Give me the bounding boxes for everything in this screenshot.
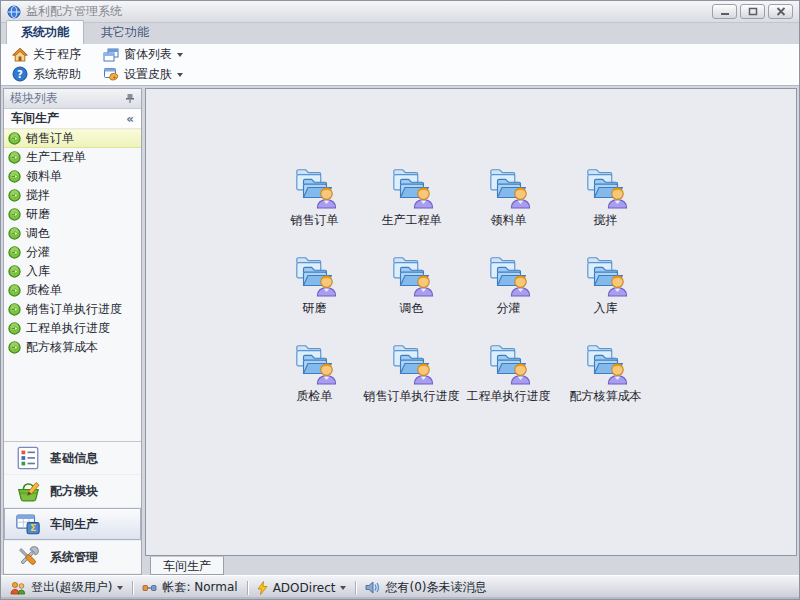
minimize-icon <box>720 7 730 16</box>
maximize-button[interactable] <box>740 4 765 19</box>
sidebar-item-label: 研磨 <box>26 206 50 223</box>
shortcut-mixing[interactable]: 搅拌 <box>557 165 654 229</box>
folder-user-icon <box>389 253 435 297</box>
folder-user-icon <box>389 341 435 385</box>
sidebar-item-quality-check[interactable]: 质检单 <box>4 281 141 300</box>
shortcut-label: 调色 <box>400 300 424 317</box>
folder-user-icon <box>486 253 532 297</box>
shortcut-filling[interactable]: 分灌 <box>460 253 557 317</box>
connection-icon <box>142 582 157 594</box>
basket-icon <box>15 478 41 504</box>
tab-system-functions[interactable]: 系统功能 <box>6 20 84 44</box>
divider <box>132 581 133 595</box>
table-sigma-icon <box>15 511 41 537</box>
document-tab-workshop-production[interactable]: 车间生产 <box>150 556 224 575</box>
sidebar-section-label: 基础信息 <box>50 450 98 467</box>
minimize-button[interactable] <box>712 4 737 19</box>
sidebar-item-sales-order-progress[interactable]: 销售订单执行进度 <box>4 300 141 319</box>
pin-icon[interactable] <box>125 93 135 104</box>
workspace-canvas: 销售订单 生产工程单 领料单 搅拌 <box>145 88 797 556</box>
green-arrow-icon <box>8 341 21 354</box>
list-icon <box>15 445 41 471</box>
folder-user-icon <box>583 253 629 297</box>
sidebar-item-label: 销售订单执行进度 <box>26 301 122 318</box>
green-arrow-icon <box>8 265 21 278</box>
sidebar-item-filling[interactable]: 分灌 <box>4 243 141 262</box>
svg-text:?: ? <box>17 69 23 80</box>
app-logo-icon <box>7 5 21 19</box>
sidebar-section-label: 配方模块 <box>50 483 98 500</box>
folder-user-icon <box>583 341 629 385</box>
shortcut-label: 配方核算成本 <box>570 388 642 405</box>
green-arrow-icon <box>8 227 21 240</box>
shortcut-label: 入库 <box>594 300 618 317</box>
sidebar-item-label: 生产工程单 <box>26 149 86 166</box>
sidebar-item-sales-order[interactable]: 销售订单 <box>4 129 141 148</box>
close-icon <box>776 7 786 16</box>
shortcut-label: 生产工程单 <box>382 212 442 229</box>
shortcut-warehousing[interactable]: 入库 <box>557 253 654 317</box>
sidebar-section-basic-info[interactable]: 基础信息 <box>4 442 141 475</box>
sidebar-item-mixing[interactable]: 搅拌 <box>4 186 141 205</box>
shortcut-label: 搅拌 <box>594 212 618 229</box>
shortcut-sales-order-progress[interactable]: 销售订单执行进度 <box>363 341 460 405</box>
green-arrow-icon <box>8 170 21 183</box>
sidebar-spacer <box>4 357 141 441</box>
about-program-label: 关于程序 <box>33 46 81 63</box>
window-list-icon <box>103 47 119 63</box>
shortcut-formula-cost[interactable]: 配方核算成本 <box>557 341 654 405</box>
set-skin-button[interactable]: 设置皮肤 <box>100 65 186 84</box>
shortcut-material-requisition[interactable]: 领料单 <box>460 165 557 229</box>
account-set-label: 帐套: Normal <box>162 579 237 596</box>
sidebar-sections: 基础信息 配方模块 车间生产 系统管理 <box>4 441 141 574</box>
sidebar-item-tinting[interactable]: 调色 <box>4 224 141 243</box>
unread-messages-indicator[interactable]: 您有(0)条未读消息 <box>365 579 486 596</box>
shortcut-label: 质检单 <box>297 388 333 405</box>
logout-dropdown[interactable]: 登出(超级用户) <box>10 579 123 596</box>
close-button[interactable] <box>768 4 793 19</box>
sidebar-item-project-order-progress[interactable]: 工程单执行进度 <box>4 319 141 338</box>
set-skin-label: 设置皮肤 <box>124 66 172 83</box>
system-help-label: 系统帮助 <box>33 66 81 83</box>
users-icon <box>10 581 26 595</box>
tab-other-functions[interactable]: 其它功能 <box>86 20 164 44</box>
sidebar-group-title: 车间生产 <box>11 110 126 127</box>
divider <box>247 581 248 595</box>
window-list-label: 窗体列表 <box>124 46 172 63</box>
shortcut-production-order[interactable]: 生产工程单 <box>363 165 460 229</box>
divider <box>355 581 356 595</box>
sidebar-item-material-requisition[interactable]: 领料单 <box>4 167 141 186</box>
sidebar-item-warehousing[interactable]: 入库 <box>4 262 141 281</box>
sidebar-header-label: 模块列表 <box>10 90 125 107</box>
sidebar-section-workshop-production[interactable]: 车间生产 <box>4 508 141 541</box>
sidebar-item-label: 配方核算成本 <box>26 339 98 356</box>
sidebar-item-formula-cost[interactable]: 配方核算成本 <box>4 338 141 357</box>
shortcut-sales-order[interactable]: 销售订单 <box>266 165 363 229</box>
help-icon: ? <box>12 66 28 82</box>
sidebar-item-production-order[interactable]: 生产工程单 <box>4 148 141 167</box>
shortcut-quality-check[interactable]: 质检单 <box>266 341 363 405</box>
shortcut-label: 领料单 <box>491 212 527 229</box>
sidebar-item-label: 质检单 <box>26 282 62 299</box>
sidebar-section-system-management[interactable]: 系统管理 <box>4 541 141 574</box>
system-help-button[interactable]: ? 系统帮助 <box>9 65 84 84</box>
shortcut-tinting[interactable]: 调色 <box>363 253 460 317</box>
shortcut-project-order-progress[interactable]: 工程单执行进度 <box>460 341 557 405</box>
status-bar: 登出(超级用户) 帐套: Normal ADODirect <box>1 575 799 599</box>
app-window: 益利配方管理系统 系统功能 其它功能 关于程 <box>0 0 800 600</box>
green-arrow-icon <box>8 303 21 316</box>
shortcut-grinding[interactable]: 研磨 <box>266 253 363 317</box>
account-set-indicator: 帐套: Normal <box>142 579 237 596</box>
sidebar-section-formula-module[interactable]: 配方模块 <box>4 475 141 508</box>
maximize-icon <box>748 7 758 16</box>
window-list-button[interactable]: 窗体列表 <box>100 45 186 64</box>
skin-icon <box>103 66 119 82</box>
unread-messages-label: 您有(0)条未读消息 <box>385 579 486 596</box>
about-program-button[interactable]: 关于程序 <box>9 45 84 64</box>
window-title: 益利配方管理系统 <box>26 3 707 20</box>
sidebar-item-grinding[interactable]: 研磨 <box>4 205 141 224</box>
collapse-chevron-icon[interactable]: « <box>126 112 134 126</box>
connection-dropdown[interactable]: ADODirect <box>257 581 347 595</box>
shortcut-label: 研磨 <box>303 300 327 317</box>
module-sidebar: 模块列表 车间生产 « 销售订单 生产工程单 <box>3 88 142 575</box>
